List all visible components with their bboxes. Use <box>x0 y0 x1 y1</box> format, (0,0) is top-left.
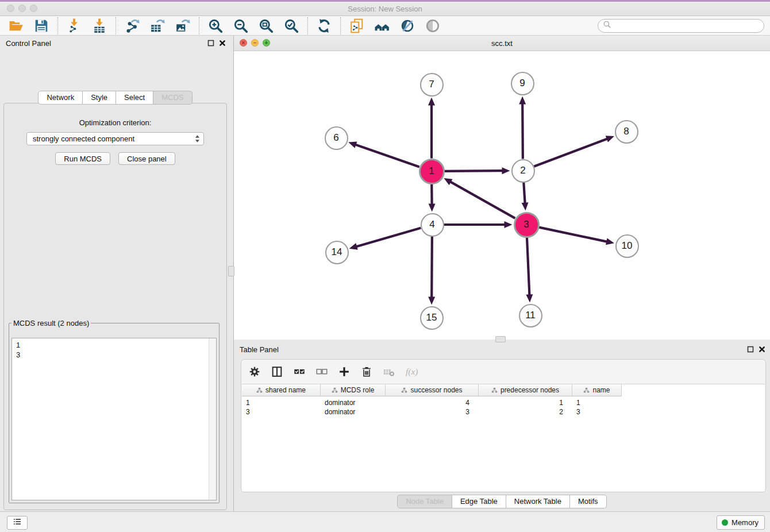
edge-arrowhead-4-14 <box>349 243 358 250</box>
edge-3-10[interactable] <box>539 228 607 242</box>
edge-4-14[interactable] <box>356 228 421 247</box>
edge-3-11[interactable] <box>527 237 529 295</box>
vertical-splitter-handle[interactable] <box>228 266 234 276</box>
node-4[interactable]: 4 <box>421 213 444 237</box>
import-network-icon[interactable] <box>66 18 82 34</box>
table-row[interactable]: 3dominator323 <box>242 407 765 417</box>
zoom-selected-icon[interactable] <box>283 18 299 34</box>
network-canvas[interactable]: 7968124314101511 <box>234 51 770 340</box>
edge-arrowhead-3-11 <box>526 294 533 302</box>
search-box[interactable] <box>598 19 764 33</box>
apply-layout-icon[interactable] <box>316 18 332 34</box>
edge-2-8[interactable] <box>534 138 608 167</box>
column-header-mcds-role[interactable]: MCDS role <box>321 384 386 396</box>
float-table-panel-icon[interactable] <box>747 346 754 353</box>
show-hide-graphics-icon[interactable] <box>399 18 415 34</box>
create-column-icon[interactable] <box>338 365 351 378</box>
close-panel-button[interactable]: Close panel <box>118 152 175 165</box>
tab-select[interactable]: Select <box>116 91 153 105</box>
zoom-out-icon[interactable] <box>233 18 249 34</box>
node-11[interactable]: 11 <box>519 304 542 327</box>
edge-arrowhead-2-9 <box>519 96 526 104</box>
function-builder-icon[interactable]: f(x) <box>405 365 418 378</box>
node-table: shared nameMCDS rolesuccessor nodesprede… <box>242 384 765 491</box>
task-history-button[interactable] <box>7 516 28 530</box>
tab-network[interactable]: Network <box>38 91 83 105</box>
clone-network-icon[interactable] <box>349 18 365 34</box>
float-panel-icon[interactable] <box>207 40 214 47</box>
tab-style[interactable]: Style <box>83 91 116 105</box>
save-session-icon[interactable] <box>33 18 49 34</box>
node-14[interactable]: 14 <box>325 241 349 264</box>
edge-arrowhead-1-6 <box>348 141 357 148</box>
close-table-panel-icon[interactable] <box>759 346 765 353</box>
export-image-icon[interactable] <box>175 18 191 34</box>
table-row[interactable]: 1dominator411 <box>242 398 765 407</box>
criterion-select[interactable]: strongly connected component <box>26 132 204 145</box>
birdseye-view-icon[interactable] <box>425 18 441 34</box>
network-window-titlebar[interactable]: × – + scc.txt <box>234 36 770 51</box>
select-all-icon[interactable] <box>293 365 306 378</box>
node-3[interactable]: 3 <box>514 212 540 238</box>
table-cell: 1 <box>479 399 572 407</box>
tab-edge-table[interactable]: Edge Table <box>452 495 506 508</box>
column-type-icon <box>491 387 498 394</box>
node-2[interactable]: 2 <box>511 159 535 183</box>
optimization-criterion-label: Optimization criterion: <box>4 118 226 127</box>
edge-2-3[interactable] <box>523 182 525 203</box>
column-header-shared-name[interactable]: shared name <box>242 384 321 396</box>
result-line: 3 <box>16 350 205 360</box>
export-table-icon[interactable] <box>149 18 165 34</box>
search-input[interactable] <box>614 21 759 30</box>
edge-1-2[interactable] <box>444 171 503 171</box>
node-15[interactable]: 15 <box>420 306 444 330</box>
status-bar: Memory <box>0 511 770 532</box>
mcds-result-textarea[interactable]: 13 <box>11 338 217 500</box>
run-mcds-button[interactable]: Run MCDS <box>55 152 110 165</box>
table-cell: 3 <box>386 408 479 416</box>
column-header-predecessor-nodes[interactable]: predecessor nodes <box>479 384 572 396</box>
edge-arrowhead-1-2 <box>502 167 510 174</box>
memory-button[interactable]: Memory <box>717 515 765 530</box>
column-header-name[interactable]: name <box>572 384 621 396</box>
tab-motifs[interactable]: Motifs <box>570 495 607 508</box>
column-label: predecessor nodes <box>500 386 559 394</box>
edge-2-9[interactable] <box>522 103 523 159</box>
node-9[interactable]: 9 <box>511 72 534 95</box>
zoom-fit-icon[interactable] <box>258 18 274 34</box>
edge-arrowhead-1-4 <box>429 203 436 211</box>
node-1[interactable]: 1 <box>419 159 445 184</box>
deselect-all-icon[interactable] <box>315 365 328 378</box>
tab-mcds[interactable]: MCDS <box>153 91 192 105</box>
column-type-icon <box>332 387 338 394</box>
table-panel: Table Panel f(x) shared nameMCDS rolesuc… <box>234 342 770 511</box>
tab-node-table[interactable]: Node Table <box>397 495 452 508</box>
zoom-in-icon[interactable] <box>207 18 224 34</box>
node-10[interactable]: 10 <box>615 234 639 258</box>
open-file-icon[interactable] <box>8 18 24 34</box>
table-tabs: Node TableEdge TableNetwork TableMotifs <box>234 495 770 508</box>
node-6[interactable]: 6 <box>325 126 348 150</box>
import-table-icon[interactable] <box>91 18 107 34</box>
close-panel-icon[interactable] <box>219 40 226 47</box>
node-8[interactable]: 8 <box>615 120 638 144</box>
edge-3-1[interactable] <box>450 182 515 218</box>
network-overview-icon[interactable] <box>374 18 390 34</box>
column-header-successor-nodes[interactable]: successor nodes <box>386 384 479 396</box>
toolbar-group <box>199 17 308 34</box>
horizontal-splitter-handle[interactable] <box>495 336 506 342</box>
delete-table-icon[interactable] <box>383 365 395 378</box>
table-mode-gear-icon[interactable] <box>248 365 261 378</box>
graph-edges-layer <box>234 51 770 340</box>
column-label: name <box>592 386 610 394</box>
edge-1-6[interactable] <box>355 144 419 167</box>
control-panel-header: Control Panel <box>0 36 230 51</box>
node-7[interactable]: 7 <box>420 73 444 97</box>
edge-4-15[interactable] <box>432 236 432 298</box>
show-columns-icon[interactable] <box>271 365 283 378</box>
result-scrollbar[interactable] <box>209 338 216 500</box>
export-network-icon[interactable] <box>124 18 140 34</box>
delete-columns-icon[interactable] <box>360 365 373 378</box>
search-icon <box>603 20 611 31</box>
tab-network-table[interactable]: Network Table <box>506 495 570 508</box>
